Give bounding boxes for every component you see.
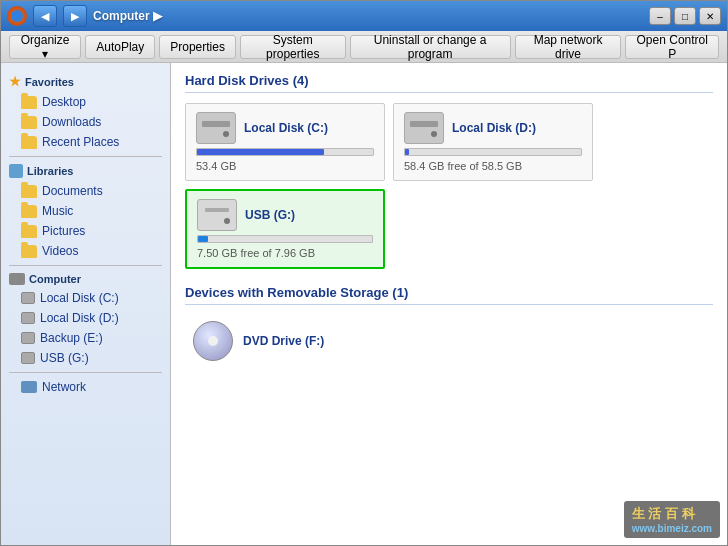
hard-disk-section: Hard Disk Drives (4) Local Disk (C:) 53.… — [185, 73, 713, 269]
local-c-label: Local Disk (C:) — [40, 291, 119, 305]
maximize-button[interactable]: □ — [674, 7, 696, 25]
uninstall-button[interactable]: Uninstall or change a program — [350, 35, 511, 59]
libraries-label: Libraries — [27, 165, 73, 177]
drive-c-icon — [21, 292, 35, 304]
close-button[interactable]: ✕ — [699, 7, 721, 25]
favorites-header: ★ Favorites — [1, 71, 170, 92]
folder-icon — [21, 185, 37, 198]
open-control-panel-button[interactable]: Open Control P — [625, 35, 719, 59]
folder-icon — [21, 245, 37, 258]
usb-g-label: USB (G:) — [40, 351, 89, 365]
drive-d-icon-large — [404, 112, 444, 144]
usb-g-progress-fill — [198, 236, 208, 242]
desktop-label: Desktop — [42, 95, 86, 109]
sidebar-item-recent[interactable]: Recent Places — [1, 132, 170, 152]
computer-icon — [9, 273, 25, 285]
backup-e-label: Backup (E:) — [40, 331, 103, 345]
drive-d-top: Local Disk (D:) — [404, 112, 582, 144]
devices-header: Devices with Removable Storage (1) — [185, 285, 713, 305]
title-path: Computer ▶ — [93, 9, 162, 23]
drive-d-progress-bar — [404, 148, 582, 156]
local-d-label: Local Disk (D:) — [40, 311, 119, 325]
favorites-label: Favorites — [25, 76, 74, 88]
usb-g-top: USB (G:) — [197, 199, 373, 231]
pictures-label: Pictures — [42, 224, 85, 238]
drive-d-progress-fill — [405, 149, 409, 155]
sidebar-item-local-c[interactable]: Local Disk (C:) — [1, 288, 170, 308]
network-section: Network — [1, 377, 170, 397]
recent-label: Recent Places — [42, 135, 119, 149]
sidebar-item-usb-g[interactable]: USB (G:) — [1, 348, 170, 368]
libraries-header: Libraries — [1, 161, 170, 181]
star-icon: ★ — [9, 74, 21, 89]
window-controls: – □ ✕ — [649, 7, 721, 25]
devices-section: Devices with Removable Storage (1) DVD D… — [185, 285, 713, 367]
sidebar-item-documents[interactable]: Documents — [1, 181, 170, 201]
videos-label: Videos — [42, 244, 78, 258]
folder-icon — [21, 96, 37, 109]
usb-g-info: 7.50 GB free of 7.96 GB — [197, 247, 373, 259]
sidebar-item-downloads[interactable]: Downloads — [1, 112, 170, 132]
drive-c-card[interactable]: Local Disk (C:) 53.4 GB — [185, 103, 385, 181]
watermark-text: 生 活 百 科 — [632, 506, 695, 521]
dvd-icon — [193, 321, 233, 361]
watermark-url: www.bimeiz.com — [632, 523, 712, 534]
documents-label: Documents — [42, 184, 103, 198]
usb-g-card[interactable]: USB (G:) 7.50 GB free of 7.96 GB — [185, 189, 385, 269]
drive-c-top: Local Disk (C:) — [196, 112, 374, 144]
forward-button[interactable]: ▶ — [63, 5, 87, 27]
network-label: Network — [42, 380, 86, 394]
drives-grid: Local Disk (C:) 53.4 GB Local Disk (D:) — [185, 103, 713, 269]
content-pane: Hard Disk Drives (4) Local Disk (C:) 53.… — [171, 63, 727, 545]
drive-d-name: Local Disk (D:) — [452, 121, 536, 135]
minimize-button[interactable]: – — [649, 7, 671, 25]
sidebar-item-local-d[interactable]: Local Disk (D:) — [1, 308, 170, 328]
sidebar-item-videos[interactable]: Videos — [1, 241, 170, 261]
favorites-section: ★ Favorites Desktop Downloads Recent Pla… — [1, 71, 170, 152]
main-window: ◀ ▶ Computer ▶ – □ ✕ Organize ▾ AutoPlay… — [0, 0, 728, 546]
system-properties-button[interactable]: System properties — [240, 35, 346, 59]
drive-c-name: Local Disk (C:) — [244, 121, 328, 135]
sidebar-item-music[interactable]: Music — [1, 201, 170, 221]
drive-d-card[interactable]: Local Disk (D:) 58.4 GB free of 58.5 GB — [393, 103, 593, 181]
divider-3 — [9, 372, 162, 373]
music-label: Music — [42, 204, 73, 218]
computer-header: Computer — [1, 270, 170, 288]
sidebar-item-pictures[interactable]: Pictures — [1, 221, 170, 241]
folder-icon — [21, 225, 37, 238]
title-bar: ◀ ▶ Computer ▶ – □ ✕ — [1, 1, 727, 31]
sidebar-item-network[interactable]: Network — [1, 377, 170, 397]
watermark: 生 活 百 科 www.bimeiz.com — [624, 501, 720, 538]
drive-d-icon — [21, 312, 35, 324]
sidebar: ★ Favorites Desktop Downloads Recent Pla… — [1, 63, 171, 545]
drive-e-icon — [21, 332, 35, 344]
organize-button[interactable]: Organize ▾ — [9, 35, 81, 59]
map-network-button[interactable]: Map network drive — [515, 35, 622, 59]
sidebar-item-desktop[interactable]: Desktop — [1, 92, 170, 112]
folder-icon — [21, 136, 37, 149]
computer-label: Computer — [29, 273, 81, 285]
folder-icon — [21, 116, 37, 129]
usb-g-name: USB (G:) — [245, 208, 295, 222]
folder-icon — [21, 205, 37, 218]
sidebar-item-backup-e[interactable]: Backup (E:) — [1, 328, 170, 348]
downloads-label: Downloads — [42, 115, 101, 129]
toolbar: Organize ▾ AutoPlay Properties System pr… — [1, 31, 727, 63]
back-button[interactable]: ◀ — [33, 5, 57, 27]
network-icon — [21, 381, 37, 393]
drive-c-icon-large — [196, 112, 236, 144]
computer-section: Computer Local Disk (C:) Local Disk (D:)… — [1, 270, 170, 368]
libraries-section: Libraries Documents Music Pictures Video… — [1, 161, 170, 261]
dvd-name: DVD Drive (F:) — [243, 334, 324, 348]
browser-icon — [7, 6, 27, 26]
drive-c-info: 53.4 GB — [196, 160, 374, 172]
drive-d-info: 58.4 GB free of 58.5 GB — [404, 160, 582, 172]
properties-button[interactable]: Properties — [159, 35, 236, 59]
divider-1 — [9, 156, 162, 157]
library-icon — [9, 164, 23, 178]
drive-c-progress-fill — [197, 149, 324, 155]
drive-c-progress-bar — [196, 148, 374, 156]
autoplay-button[interactable]: AutoPlay — [85, 35, 155, 59]
main-area: ★ Favorites Desktop Downloads Recent Pla… — [1, 63, 727, 545]
dvd-drive-item[interactable]: DVD Drive (F:) — [185, 315, 713, 367]
